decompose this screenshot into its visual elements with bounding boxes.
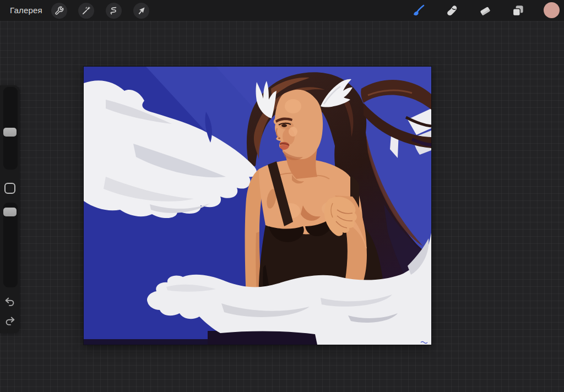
- selection-s-icon: [109, 6, 118, 15]
- brush-icon: [411, 4, 426, 18]
- magic-wand-icon: [82, 6, 91, 15]
- gallery-button[interactable]: Галерея: [10, 0, 42, 21]
- smudge-tool-button[interactable]: [444, 3, 460, 19]
- brush-opacity-handle[interactable]: [3, 208, 17, 216]
- brush-sidebar: [0, 85, 20, 333]
- brush-size-handle[interactable]: [3, 128, 17, 137]
- wrench-icon: [55, 6, 64, 15]
- erase-tool-button[interactable]: [477, 3, 493, 19]
- color-swatch-button[interactable]: [544, 2, 560, 18]
- smudge-finger-icon: [445, 4, 459, 18]
- undo-icon[interactable]: [4, 296, 16, 308]
- eraser-icon: [478, 4, 492, 18]
- adjustments-button[interactable]: [78, 3, 94, 19]
- modify-button[interactable]: [4, 183, 15, 194]
- layers-button[interactable]: [510, 3, 526, 19]
- top-toolbar: Галерея: [0, 0, 564, 21]
- drawing-canvas[interactable]: [84, 67, 431, 345]
- redo-icon[interactable]: [4, 315, 16, 327]
- artwork-angel-painting: [84, 67, 431, 345]
- actions-button[interactable]: [51, 3, 67, 19]
- transform-button[interactable]: [133, 3, 149, 19]
- layers-icon: [511, 4, 525, 18]
- transform-arrow-icon: [137, 6, 146, 15]
- paint-tool-button[interactable]: [410, 3, 426, 19]
- selection-button[interactable]: [106, 3, 122, 19]
